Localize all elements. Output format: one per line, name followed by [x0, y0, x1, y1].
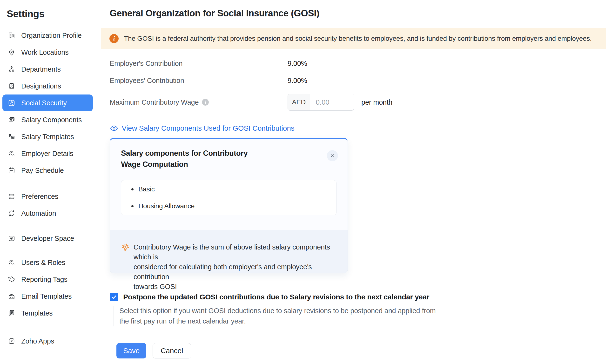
sidebar-item-label: Designations	[21, 82, 61, 90]
organization-profile-icon	[8, 32, 15, 39]
lightbulb-icon	[120, 243, 130, 252]
postpone-description-line: Select this option if you want GOSI dedu…	[119, 306, 606, 316]
max-contributory-wage-label: Maximum Contributory Wage i	[110, 98, 288, 106]
preferences-icon	[8, 193, 15, 200]
sidebar-item-automation[interactable]: Automation	[2, 205, 93, 222]
postpone-option: Postpone the updated GOSI contributions …	[110, 293, 606, 301]
contributory-wage-tip: Contributory Wage is the sum of above li…	[110, 230, 348, 273]
sidebar-item-pay-schedule[interactable]: Pay Schedule	[2, 162, 93, 179]
sidebar-item-zoho-apps[interactable]: Zoho Apps	[2, 333, 93, 350]
max-contributory-wage-label-text: Maximum Contributory Wage	[110, 98, 199, 106]
sidebar-item-organization-profile[interactable]: Organization Profile	[2, 27, 93, 44]
postpone-label: Postpone the updated GOSI contributions …	[123, 293, 429, 301]
designations-icon	[8, 82, 15, 90]
form-actions: Save Cancel	[116, 343, 606, 358]
postpone-checkbox[interactable]	[110, 293, 118, 301]
list-item: Housing Allowance	[121, 201, 336, 211]
sidebar-item-reporting-tags[interactable]: Reporting Tags	[2, 271, 93, 288]
sidebar-item-label: Developer Space	[21, 234, 74, 243]
employer-contribution-row: Employer's Contribution 9.00%	[110, 60, 606, 67]
sidebar-item-departments[interactable]: Departments	[2, 61, 93, 78]
wage-info-icon[interactable]: i	[202, 99, 209, 105]
popover-title: Salary components for Contributory Wage …	[121, 148, 311, 170]
per-month-suffix: per month	[361, 98, 392, 106]
main-content: General Organization for Social Insuranc…	[97, 0, 606, 364]
sidebar-item-developer-space[interactable]: Developer Space	[2, 230, 93, 247]
close-icon	[330, 153, 335, 159]
sidebar-title: Settings	[7, 8, 97, 19]
sidebar-item-social-security[interactable]: Social Security	[2, 94, 93, 111]
list-item: Basic	[121, 184, 336, 194]
settings-sidebar: Settings Organization Profile Work Locat…	[0, 0, 97, 364]
bullet-icon	[131, 188, 134, 190]
employer-contribution-label: Employer's Contribution	[110, 60, 288, 67]
sidebar-item-label: Automation	[21, 209, 56, 217]
postpone-description-line: the first pay run of the next calendar y…	[119, 316, 606, 326]
sidebar-item-email-templates[interactable]: Email Templates	[2, 288, 93, 305]
tip-line: Contributory Wage is the sum of above li…	[134, 242, 338, 262]
employer-details-icon	[8, 150, 15, 157]
sidebar-item-label: Salary Components	[21, 116, 82, 124]
sidebar-item-label: Salary Templates	[21, 133, 74, 141]
app-window: Settings Organization Profile Work Locat…	[0, 0, 606, 364]
employer-contribution-value: 9.00%	[288, 60, 307, 67]
tip-text: Contributory Wage is the sum of above li…	[134, 242, 338, 273]
salary-components-popover: Salary components for Contributory Wage …	[110, 138, 348, 273]
info-banner: i The GOSI is a federal authority that p…	[101, 28, 606, 49]
sidebar-item-label: Email Templates	[21, 292, 72, 300]
wage-input[interactable]	[310, 94, 354, 110]
sidebar-item-label: Preferences	[21, 193, 58, 201]
sidebar-item-salary-templates[interactable]: Salary Templates	[2, 128, 93, 145]
sidebar-item-templates[interactable]: Templates	[2, 305, 93, 322]
info-icon: i	[109, 34, 119, 43]
save-button[interactable]: Save	[116, 343, 146, 358]
eye-icon	[110, 124, 118, 133]
sidebar-item-designations[interactable]: Designations	[2, 78, 93, 94]
departments-icon	[8, 65, 15, 73]
reporting-tags-icon	[8, 275, 15, 283]
users-roles-icon	[8, 259, 15, 266]
templates-icon	[8, 309, 15, 317]
page-title: General Organization for Social Insuranc…	[110, 8, 606, 19]
sidebar-item-label: Employer Details	[21, 150, 73, 158]
currency-prefix: AED	[288, 94, 310, 110]
zoho-apps-icon	[8, 337, 15, 345]
automation-icon	[8, 209, 15, 217]
bullet-icon	[131, 205, 134, 207]
sidebar-item-preferences[interactable]: Preferences	[2, 188, 93, 205]
employees-contribution-row: Employees' Contribution 9.00%	[110, 77, 606, 85]
sidebar-item-label: Work Locations	[21, 49, 69, 56]
popover-title-line1: Salary components for Contributory	[121, 148, 311, 159]
sidebar-item-label: Reporting Tags	[21, 275, 67, 284]
sidebar-item-label: Social Security	[21, 99, 67, 107]
sidebar-item-salary-components[interactable]: Salary Components	[2, 111, 93, 128]
popover-title-line2: Wage Computation	[121, 159, 311, 170]
sidebar-item-employer-details[interactable]: Employer Details	[2, 145, 93, 162]
sidebar-item-work-locations[interactable]: Work Locations	[2, 44, 93, 61]
email-templates-icon	[8, 292, 15, 300]
tip-line: towards GOSI	[134, 282, 338, 292]
salary-components-list: Basic Housing Allowance	[121, 180, 336, 215]
settings-nav: Organization Profile Work Locations Depa…	[0, 27, 97, 350]
sidebar-item-users-roles[interactable]: Users & Roles	[2, 254, 93, 271]
list-item-label: Housing Allowance	[138, 203, 194, 210]
cancel-button[interactable]: Cancel	[153, 343, 191, 358]
salary-templates-icon	[8, 133, 15, 141]
wage-input-group: AED	[288, 94, 354, 111]
work-locations-icon	[8, 49, 15, 56]
sidebar-item-label: Departments	[21, 65, 61, 73]
sidebar-item-label: Pay Schedule	[21, 167, 64, 175]
info-banner-text: The GOSI is a federal authority that pro…	[124, 35, 592, 42]
social-security-icon	[8, 99, 15, 107]
sidebar-item-label: Users & Roles	[21, 259, 65, 267]
view-salary-components-link-text: View Salary Components Used for GOSI Con…	[122, 124, 294, 132]
close-button[interactable]	[327, 150, 338, 161]
postpone-description: Select this option if you want GOSI dedu…	[114, 306, 606, 326]
checkmark-icon	[111, 294, 117, 300]
gosi-form: Employer's Contribution 9.00% Employees'…	[110, 60, 606, 111]
divider	[110, 333, 401, 333]
sidebar-item-label: Organization Profile	[21, 32, 82, 39]
list-item-label: Basic	[138, 186, 155, 193]
view-salary-components-link[interactable]: View Salary Components Used for GOSI Con…	[110, 124, 294, 133]
sidebar-item-label: Zoho Apps	[21, 337, 54, 345]
